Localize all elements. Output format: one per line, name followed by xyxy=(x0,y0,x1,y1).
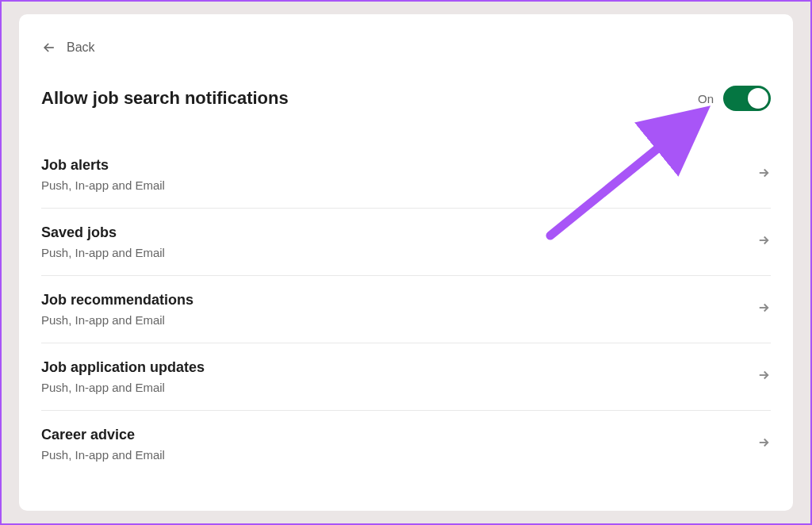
setting-job-application-updates[interactable]: Job application updates Push, In-app and… xyxy=(41,343,771,411)
setting-job-alerts[interactable]: Job alerts Push, In-app and Email xyxy=(41,141,771,209)
notifications-toggle[interactable] xyxy=(723,86,771,111)
setting-text: Career advice Push, In-app and Email xyxy=(41,427,165,462)
setting-title: Job alerts xyxy=(41,157,165,174)
setting-title: Career advice xyxy=(41,427,165,443)
setting-subtitle: Push, In-app and Email xyxy=(41,246,165,259)
toggle-knob xyxy=(748,88,768,109)
setting-text: Job application updates Push, In-app and… xyxy=(41,359,205,394)
chevron-right-icon xyxy=(756,301,771,318)
setting-subtitle: Push, In-app and Email xyxy=(41,313,193,327)
setting-title: Job recommendations xyxy=(41,292,193,308)
setting-subtitle: Push, In-app and Email xyxy=(41,178,165,192)
toggle-state-label: On xyxy=(698,92,714,105)
setting-title: Saved jobs xyxy=(41,224,165,241)
setting-subtitle: Push, In-app and Email xyxy=(41,381,205,394)
setting-subtitle: Push, In-app and Email xyxy=(41,448,165,462)
setting-saved-jobs[interactable]: Saved jobs Push, In-app and Email xyxy=(41,209,771,276)
chevron-right-icon xyxy=(756,233,771,251)
setting-title: Job application updates xyxy=(41,359,205,376)
setting-text: Job alerts Push, In-app and Email xyxy=(41,157,165,192)
setting-text: Job recommendations Push, In-app and Ema… xyxy=(41,292,193,327)
setting-job-recommendations[interactable]: Job recommendations Push, In-app and Ema… xyxy=(41,276,771,343)
chevron-right-icon xyxy=(756,368,771,385)
chevron-right-icon xyxy=(756,166,771,183)
settings-card: Back Allow job search notifications On J… xyxy=(19,14,793,511)
setting-career-advice[interactable]: Career advice Push, In-app and Email xyxy=(41,411,771,477)
toggle-wrap: On xyxy=(698,86,771,111)
setting-text: Saved jobs Push, In-app and Email xyxy=(41,224,165,259)
header-row: Allow job search notifications On xyxy=(41,86,771,111)
chevron-right-icon xyxy=(756,435,771,453)
arrow-left-icon xyxy=(41,40,57,56)
back-button[interactable]: Back xyxy=(41,40,95,56)
page-title: Allow job search notifications xyxy=(41,88,289,109)
back-label: Back xyxy=(67,40,95,55)
